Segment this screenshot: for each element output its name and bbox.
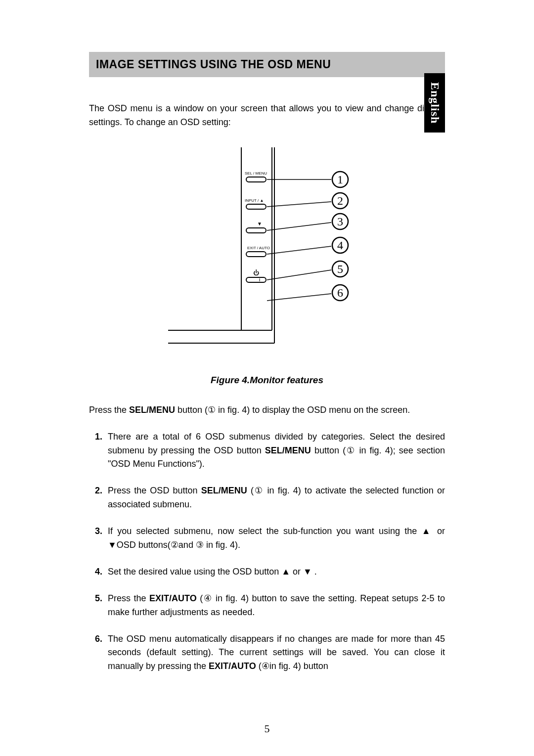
caption-text: Monitor features bbox=[250, 375, 323, 385]
svg-line-19 bbox=[267, 270, 331, 280]
step-1: There are a total of 6 OSD submenus divi… bbox=[105, 430, 445, 472]
press-post: button (① in fig. 4) to display the OSD … bbox=[175, 405, 410, 415]
svg-rect-6 bbox=[246, 204, 266, 209]
callout-6: 6 bbox=[337, 286, 343, 299]
monitor-features-diagram: SEL / MENU INPUT / ▲ ▼ EXIT / AUTO ⏻ 1 bbox=[163, 147, 371, 350]
callout-2: 2 bbox=[337, 194, 343, 207]
step-3-text: If you selected submenu, now select the … bbox=[108, 526, 445, 550]
callout-4: 4 bbox=[337, 239, 343, 252]
svg-line-13 bbox=[267, 202, 331, 207]
svg-line-17 bbox=[267, 246, 331, 254]
step-6: The OSD menu automatically disappears if… bbox=[105, 632, 445, 674]
press-btn: SEL/MENU bbox=[129, 405, 175, 415]
label-sel-menu: SEL / MENU bbox=[245, 171, 267, 176]
page-number: 5 bbox=[0, 722, 534, 735]
step-6-post: (④in fig. 4) button bbox=[256, 661, 328, 671]
step-4-text: Set the desired value using the OSD butt… bbox=[108, 567, 317, 577]
step-2-pre: Press the OSD button bbox=[108, 486, 201, 495]
caption-prefix: Figure 4. bbox=[211, 375, 250, 385]
figure-container: SEL / MENU INPUT / ▲ ▼ EXIT / AUTO ⏻ 1 bbox=[89, 147, 445, 350]
step-3: If you selected submenu, now select the … bbox=[105, 525, 445, 552]
label-exit-auto: EXIT / AUTO bbox=[247, 246, 270, 250]
press-pre: Press the bbox=[89, 405, 129, 415]
callout-1: 1 bbox=[337, 173, 343, 186]
step-5: Press the EXIT/AUTO (④ in fig. 4) button… bbox=[105, 592, 445, 620]
steps-list: There are a total of 6 OSD submenus divi… bbox=[89, 430, 445, 674]
callouts: 1 2 3 4 5 6 bbox=[267, 172, 348, 301]
callout-5: 5 bbox=[337, 263, 343, 275]
figure-caption: Figure 4.Monitor features bbox=[89, 375, 445, 386]
step-2-btn: SEL/MENU bbox=[201, 486, 247, 495]
language-tab: English bbox=[424, 73, 445, 133]
document-page: IMAGE SETTINGS USING THE OSD MENU Englis… bbox=[0, 0, 534, 756]
step-4: Set the desired value using the OSD butt… bbox=[105, 565, 445, 579]
label-input-up: INPUT / ▲ bbox=[245, 198, 264, 203]
step-2: Press the OSD button SEL/MENU (① in fig.… bbox=[105, 484, 445, 512]
svg-rect-7 bbox=[246, 228, 266, 233]
section-heading: IMAGE SETTINGS USING THE OSD MENU bbox=[89, 52, 445, 77]
svg-rect-5 bbox=[246, 177, 266, 182]
svg-line-15 bbox=[267, 222, 331, 230]
step-6-btn: EXIT/AUTO bbox=[209, 661, 256, 671]
intro-paragraph: The OSD menu is a window on your screen … bbox=[89, 102, 445, 130]
step-5-pre: Press the bbox=[108, 593, 149, 603]
press-instruction: Press the SEL/MENU button (① in fig. 4) … bbox=[89, 403, 445, 417]
power-icon: ⏻ bbox=[253, 269, 259, 276]
step-5-btn: EXIT/AUTO bbox=[149, 593, 197, 603]
svg-rect-9 bbox=[246, 277, 266, 282]
step-1-btn: SEL/MENU bbox=[265, 445, 311, 455]
svg-rect-8 bbox=[246, 252, 266, 257]
svg-line-21 bbox=[267, 294, 331, 301]
callout-3: 3 bbox=[337, 215, 343, 228]
label-down: ▼ bbox=[257, 221, 262, 226]
